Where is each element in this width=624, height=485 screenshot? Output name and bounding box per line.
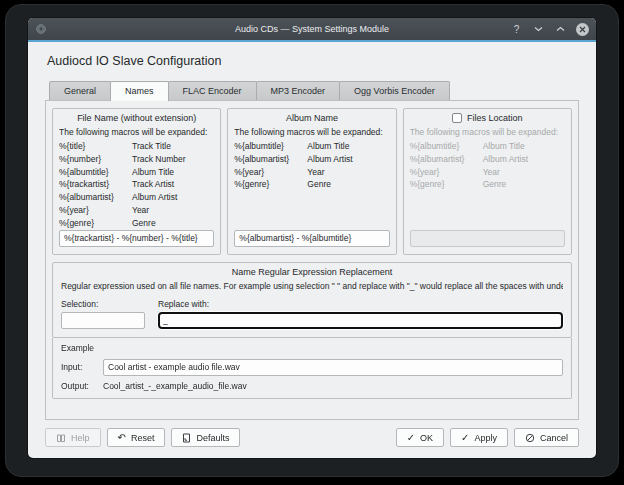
replace-with-input[interactable]	[158, 312, 563, 329]
macro-row: %{title}Track Title	[59, 140, 214, 153]
macro-row: %{albumartist}Album Artist	[234, 153, 389, 166]
apply-button[interactable]: ✓ Apply	[450, 428, 508, 447]
regex-description: Regular expression used on all file name…	[61, 281, 563, 291]
tab-general[interactable]: General	[49, 81, 111, 100]
names-tab-pane: File Name (without extension) The follow…	[45, 100, 579, 420]
macro-groups-row: File Name (without extension) The follow…	[52, 108, 572, 255]
album-name-pattern-input[interactable]	[234, 230, 389, 247]
ok-button[interactable]: ✓ OK	[396, 428, 444, 447]
selection-input[interactable]	[61, 312, 145, 329]
settings-window: Audio CDs — System Settings Module ? Aud…	[28, 18, 596, 458]
help-button[interactable]: Help	[45, 428, 101, 447]
files-location-group-title: Files Location	[467, 113, 523, 123]
macro-row: %{albumtitle}Album Title	[59, 166, 214, 179]
app-cd-icon	[35, 23, 47, 35]
regex-replacement-group: Name Regular Expression Replacement Regu…	[52, 262, 572, 338]
close-icon[interactable]	[576, 23, 589, 36]
undo-arrow-icon: ↶	[118, 433, 126, 443]
titlebar[interactable]: Audio CDs — System Settings Module ?	[28, 18, 596, 40]
macro-row: %{genre}Genre	[410, 178, 565, 191]
macro-row: %{year}Year	[234, 166, 389, 179]
macro-row: %{year}Year	[410, 166, 565, 179]
album-name-group: Album Name The following macros will be …	[227, 108, 396, 255]
example-input-label: Input:	[61, 362, 103, 372]
files-location-intro: The following macros will be expanded:	[410, 127, 565, 137]
file-name-group-title: File Name (without extension)	[59, 113, 214, 123]
page-title: Audiocd IO Slave Configuration	[47, 54, 579, 68]
files-location-checkbox[interactable]	[452, 113, 462, 123]
replace-with-label: Replace with:	[158, 299, 563, 309]
album-name-group-title: Album Name	[234, 113, 389, 123]
document-revert-icon	[182, 433, 191, 443]
circle-slash-icon	[525, 433, 535, 443]
check-icon: ✓	[407, 433, 415, 443]
files-location-pattern-input[interactable]	[410, 230, 565, 247]
tab-flac-encoder[interactable]: FLAC Encoder	[168, 81, 257, 100]
help-book-icon	[56, 433, 66, 443]
check-icon: ✓	[461, 433, 469, 443]
macro-row: %{albumtitle}Album Title	[234, 140, 389, 153]
macro-row: %{number}Track Number	[59, 153, 214, 166]
file-name-group: File Name (without extension) The follow…	[52, 108, 221, 255]
titlebar-help-button[interactable]: ?	[510, 23, 523, 36]
file-name-pattern-input[interactable]	[59, 230, 214, 247]
macro-row: %{genre}Genre	[234, 178, 389, 191]
example-output-value: Cool_artist_-_example_audio_file.wav	[103, 381, 247, 391]
album-name-intro: The following macros will be expanded:	[234, 127, 389, 137]
macro-row: %{albumtitle}Album Title	[410, 140, 565, 153]
minimize-icon[interactable]	[532, 23, 545, 36]
macro-row: %{year}Year	[59, 204, 214, 217]
file-name-intro: The following macros will be expanded:	[59, 127, 214, 137]
example-output-label: Output:	[61, 381, 103, 391]
selection-label: Selection:	[61, 299, 145, 309]
defaults-button[interactable]: Defaults	[171, 428, 240, 447]
maximize-icon[interactable]	[554, 23, 567, 36]
tab-names[interactable]: Names	[110, 81, 169, 101]
files-location-group: Files Location The following macros will…	[403, 108, 572, 255]
example-group: Example Input: Output: Cool_artist_-_exa…	[52, 338, 572, 399]
macro-row: %{albumartist}Album Artist	[410, 153, 565, 166]
dialog-button-row: Help ↶ Reset Defaults ✓ OK ✓ Apply	[45, 420, 579, 447]
reset-button[interactable]: ↶ Reset	[107, 428, 166, 447]
macro-row: %{albumartist}Album Artist	[59, 191, 214, 204]
tab-ogg-vorbis-encoder[interactable]: Ogg Vorbis Encoder	[339, 81, 450, 100]
macro-row: %{trackartist}Track Artist	[59, 178, 214, 191]
cancel-button[interactable]: Cancel	[514, 428, 579, 447]
tabbar: General Names FLAC Encoder MP3 Encoder O…	[49, 81, 579, 100]
example-title: Example	[61, 343, 563, 353]
example-input-field[interactable]	[103, 359, 563, 376]
regex-group-title: Name Regular Expression Replacement	[61, 267, 563, 277]
tab-mp3-encoder[interactable]: MP3 Encoder	[256, 81, 341, 100]
macro-row: %{genre}Genre	[59, 217, 214, 230]
module-content: Audiocd IO Slave Configuration General N…	[28, 42, 596, 458]
